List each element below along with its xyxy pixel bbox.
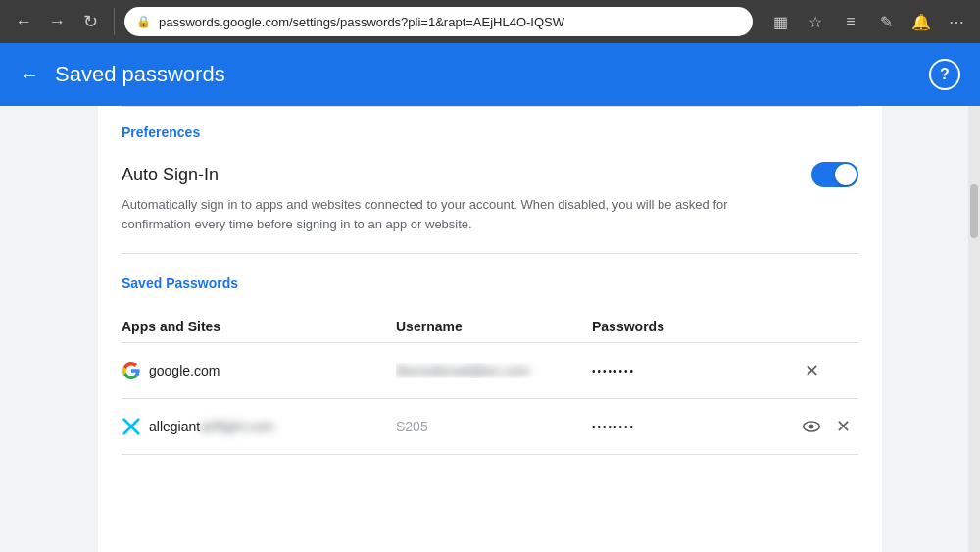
scrollbar[interactable] xyxy=(968,106,980,552)
auto-signin-row: Auto Sign-In xyxy=(122,150,858,195)
browser-toolbar: ← → ↻ 🔒 passwords.google.com/settings/pa… xyxy=(0,0,980,43)
bookmark-button[interactable]: ☆ xyxy=(802,8,829,35)
google-site-name: google.com xyxy=(149,363,220,378)
reload-button[interactable]: ↻ xyxy=(76,8,104,35)
edit-button[interactable]: ✎ xyxy=(872,8,900,35)
content-card: Preferences Auto Sign-In Automatically s… xyxy=(98,106,882,552)
allegiant-username-cell: S205 xyxy=(396,419,592,434)
more-button[interactable]: ⋯ xyxy=(943,8,970,35)
reader-mode-button[interactable]: ▦ xyxy=(766,8,794,35)
google-username-cell: blurredemail@ex.com xyxy=(396,363,592,378)
allegiant-site-suffix: airflight.com xyxy=(200,419,273,434)
page-back-button[interactable]: ← xyxy=(20,64,39,86)
saved-passwords-section: Saved Passwords Apps and Sites Username … xyxy=(122,258,858,465)
google-favicon xyxy=(122,361,141,380)
passwords-table: Apps and Sites Username Passwords xyxy=(122,301,858,465)
allegiant-site-name: allegiantairflight.com xyxy=(149,419,274,434)
allegiant-delete-button[interactable]: ✕ xyxy=(827,411,858,442)
auto-signin-toggle[interactable] xyxy=(811,162,858,187)
scrollbar-handle xyxy=(970,184,978,238)
toggle-knob xyxy=(835,164,857,185)
google-delete-button[interactable]: ✕ xyxy=(796,355,827,386)
col-password-header: Passwords xyxy=(592,319,858,334)
google-username: blurredemail@ex.com xyxy=(396,363,529,378)
auto-signin-description: Automatically sign in to apps and websit… xyxy=(122,195,788,249)
auto-signin-label: Auto Sign-In xyxy=(122,165,219,185)
back-button[interactable]: ← xyxy=(10,8,37,35)
table-header: Apps and Sites Username Passwords xyxy=(122,311,858,343)
page-header: ← Saved passwords ? xyxy=(0,43,980,106)
main-content: Preferences Auto Sign-In Automatically s… xyxy=(0,106,980,552)
forward-button[interactable]: → xyxy=(43,8,71,35)
allegiant-x-icon xyxy=(122,418,140,435)
url-text: passwords.google.com/settings/passwords?… xyxy=(159,15,741,29)
notifications-button[interactable]: 🔔 xyxy=(907,8,935,35)
google-g-icon xyxy=(122,362,140,379)
google-site-cell: google.com xyxy=(122,361,396,380)
preferences-section-title: Preferences xyxy=(122,107,858,150)
google-password-dots: •••••••• xyxy=(592,366,635,376)
content-wrapper: Preferences Auto Sign-In Automatically s… xyxy=(0,106,980,552)
preferences-section: Preferences Auto Sign-In Automatically s… xyxy=(122,107,858,249)
nav-separator xyxy=(114,8,115,35)
allegiant-password-dots: •••••••• xyxy=(592,422,635,432)
svg-point-3 xyxy=(809,425,814,429)
table-row: allegiantairflight.com S205 •••••••• xyxy=(122,399,858,455)
table-row: google.com blurredemail@ex.com •••••••• … xyxy=(122,343,858,399)
allegiant-show-password-button[interactable] xyxy=(796,411,827,442)
allegiant-username: S205 xyxy=(396,419,428,434)
allegiant-favicon xyxy=(122,417,141,436)
section-divider xyxy=(122,253,858,254)
google-password-cell: •••••••• xyxy=(592,366,796,376)
lock-icon: 🔒 xyxy=(136,15,151,28)
browser-menu-button[interactable]: ≡ xyxy=(837,8,864,35)
saved-passwords-section-title: Saved Passwords xyxy=(122,258,858,301)
col-sites-header: Apps and Sites xyxy=(122,319,396,334)
eye-icon xyxy=(802,417,821,436)
help-button[interactable]: ? xyxy=(929,59,960,90)
allegiant-site-cell: allegiantairflight.com xyxy=(122,417,396,436)
header-left: ← Saved passwords xyxy=(20,62,225,87)
allegiant-password-cell: •••••••• xyxy=(592,422,796,432)
browser-actions: ▦ ☆ ≡ ✎ 🔔 ⋯ xyxy=(766,8,970,35)
page-title: Saved passwords xyxy=(55,62,225,87)
col-username-header: Username xyxy=(396,319,592,334)
address-bar[interactable]: 🔒 passwords.google.com/settings/password… xyxy=(124,7,753,36)
